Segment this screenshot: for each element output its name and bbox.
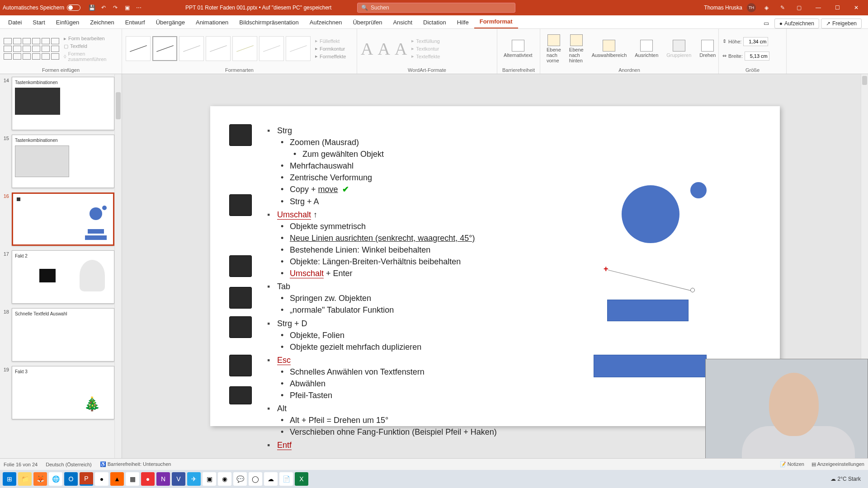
onenote-icon[interactable]: N — [156, 472, 170, 486]
app-icon[interactable]: ▣ — [203, 472, 216, 486]
diamond-icon[interactable]: ◈ — [762, 3, 771, 12]
width-label: Breite: — [728, 53, 743, 59]
edit-shape-btn[interactable]: ▸ Form bearbeiten — [62, 35, 118, 42]
rectangle-shape-2[interactable] — [594, 355, 707, 377]
excel-icon[interactable]: X — [295, 472, 308, 486]
alttext-btn[interactable]: Alternativtext — [501, 39, 535, 59]
tab-aufzeichnen[interactable]: Aufzeichnen — [304, 16, 348, 28]
slide-thumbnail-16[interactable] — [12, 192, 114, 246]
big-circle-shape[interactable] — [622, 185, 679, 243]
slide-thumbnail-15[interactable]: Tastenkombinationen — [12, 135, 114, 188]
tab-animationen[interactable]: Animationen — [190, 16, 234, 28]
start-button[interactable]: ⊞ — [3, 472, 16, 486]
entf-key-image — [229, 386, 252, 404]
maximize-button[interactable]: ☐ — [828, 1, 846, 14]
app-icon[interactable]: ☁ — [264, 472, 278, 486]
textbox-btn[interactable]: ▢ Textfeld — [62, 43, 118, 50]
tab-uebergaenge[interactable]: Übergänge — [151, 16, 190, 28]
chrome-icon[interactable]: 🌐 — [49, 472, 62, 486]
wordart-gallery[interactable]: AAA — [361, 39, 407, 59]
thumbnail-scrollbar[interactable] — [114, 74, 122, 458]
rectangle-shape-1[interactable] — [607, 300, 689, 321]
search-box[interactable]: 🔍 Suchen — [357, 3, 515, 13]
app-icon[interactable]: ◉ — [218, 472, 231, 486]
tab-datei[interactable]: Datei — [3, 16, 27, 28]
close-button[interactable]: ✕ — [847, 1, 865, 14]
share-button[interactable]: ↗ Freigeben — [821, 19, 862, 28]
align-btn[interactable]: Ausrichten — [632, 39, 661, 59]
windows-taskbar: ⊞ 📁 🦊 🌐 O P ● ▲ ▦ ● N V ✈ ▣ ◉ 💬 ◯ ☁ 📄 X … — [0, 470, 868, 488]
minimize-button[interactable]: — — [809, 1, 827, 14]
list-item: Objekte: Längen-Breiten-Verhältnis beibe… — [264, 256, 497, 267]
merge-shapes-btn[interactable]: ◊ Formen zusammenführen — [62, 51, 118, 62]
tab-start[interactable]: Start — [27, 16, 50, 28]
telegram-icon[interactable]: ✈ — [187, 472, 201, 486]
explorer-icon[interactable]: 📁 — [18, 472, 32, 486]
tab-ueberpruefen[interactable]: Überprüfen — [347, 16, 387, 28]
firefox-icon[interactable]: 🦊 — [33, 472, 47, 486]
vlc-icon[interactable]: ▲ — [110, 472, 124, 486]
autosave-toggle[interactable]: Automatisches Speichern — [3, 5, 80, 11]
toggle-switch[interactable] — [67, 5, 80, 11]
tab-dictation[interactable]: Dictation — [418, 16, 452, 28]
save-icon[interactable]: 💾 — [87, 3, 96, 12]
slide-thumbnail-19[interactable]: Fakt 3 🎄 — [12, 366, 114, 419]
shape-style-gallery[interactable] — [126, 36, 311, 61]
slide-thumbnail-18[interactable]: Schnelle Textfeld Auswahl — [12, 308, 114, 361]
tab-hilfe[interactable]: Hilfe — [452, 16, 474, 28]
rotate-btn[interactable]: Drehen — [697, 39, 718, 59]
shape-fill-btn[interactable]: ▸ Fülleffekt — [313, 38, 348, 44]
group-btn[interactable]: Gruppieren — [664, 39, 694, 59]
accessibility-check[interactable]: ♿ Barrierefreiheit: Untersuchen — [100, 461, 171, 467]
tab-einfuegen[interactable]: Einfügen — [51, 16, 85, 28]
small-circle-shape[interactable] — [690, 182, 707, 198]
app-icon[interactable]: ◯ — [249, 472, 262, 486]
selection-pane-btn[interactable]: Auswahlbereich — [589, 39, 630, 59]
line-end-handle[interactable] — [690, 288, 695, 292]
list-item: Strg + A — [264, 196, 497, 207]
app-icon[interactable]: 📄 — [279, 472, 293, 486]
shape-effects-btn[interactable]: ▸ Formeffekte — [313, 53, 348, 60]
language-indicator[interactable]: Deutsch (Österreich) — [46, 462, 91, 467]
record-button[interactable]: ● Aufzeichnen — [774, 19, 819, 28]
app-icon[interactable]: ▦ — [126, 472, 139, 486]
app-icon[interactable]: ● — [141, 472, 155, 486]
width-input[interactable] — [745, 52, 769, 61]
thumb-number: 17 — [2, 250, 12, 304]
visio-icon[interactable]: V — [172, 472, 185, 486]
shape-outline-btn[interactable]: ▸ Formkontur — [313, 45, 348, 52]
app-icon[interactable]: 💬 — [233, 472, 247, 486]
more-icon[interactable]: ⋯ — [134, 3, 143, 12]
present-icon[interactable]: ▣ — [123, 3, 132, 12]
tab-zeichnen[interactable]: Zeichnen — [85, 16, 119, 28]
thumbnail-panel[interactable]: 14 Tastenkombinationen 15 Tastenkombinat… — [0, 74, 122, 458]
powerpoint-icon[interactable]: P — [80, 472, 93, 486]
thumb-title: Schnelle Textfeld Auswahl — [15, 311, 111, 316]
display-settings-button[interactable]: ▤ Anzeigeeinstellungen — [811, 461, 864, 467]
bring-forward-btn[interactable]: Ebene nach vorne — [544, 33, 564, 64]
drawn-line-shape[interactable] — [608, 270, 693, 291]
history-icon[interactable]: ✎ — [778, 3, 787, 12]
height-icon: ⇕ — [722, 38, 726, 44]
notes-button[interactable]: 📝 Notizen — [780, 461, 804, 467]
slide-canvas[interactable]: Strg Zoomen (Mausrad) Zum gewählten Obje… — [210, 106, 780, 426]
app-icon[interactable]: ● — [95, 472, 108, 486]
tab-bildschirm[interactable]: Bildschirmpräsentation — [234, 16, 304, 28]
send-backward-btn[interactable]: Ebene nach hinten — [566, 33, 586, 64]
height-input[interactable] — [743, 37, 768, 46]
weather-widget[interactable]: ☁ 2°C Stark — [830, 476, 861, 482]
window-icon[interactable]: ▢ — [794, 3, 803, 12]
slide-thumbnail-14[interactable]: Tastenkombinationen — [12, 77, 114, 130]
list-item: Umschalt + Enter — [264, 267, 497, 279]
outlook-icon[interactable]: O — [64, 472, 78, 486]
tab-formformat[interactable]: Formformat — [474, 15, 518, 28]
width-icon: ⇔ — [722, 53, 726, 59]
slide-thumbnail-17[interactable]: Fakt 2 — [12, 250, 114, 304]
undo-icon[interactable]: ↶ — [99, 3, 108, 12]
collapse-ribbon-icon[interactable]: ▭ — [760, 18, 773, 28]
shape-gallery[interactable] — [4, 38, 59, 60]
tab-entwurf[interactable]: Entwurf — [120, 16, 151, 28]
user-avatar[interactable]: TH — [747, 3, 756, 12]
redo-icon[interactable]: ↷ — [111, 3, 120, 12]
tab-ansicht[interactable]: Ansicht — [387, 16, 418, 28]
